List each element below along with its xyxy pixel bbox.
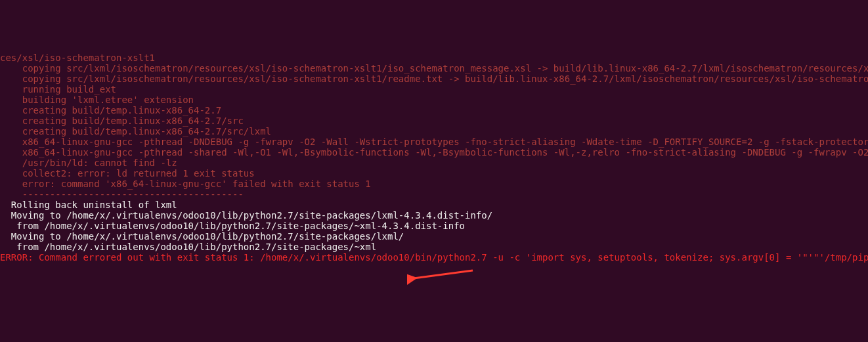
terminal-line: running build_ext [0,84,116,95]
terminal-line: x86_64-linux-gnu-gcc -pthread -DNDEBUG -… [0,137,868,147]
terminal-line: copying src/lxml/isoschematron/resources… [0,63,868,74]
terminal-line: Moving to /home/x/.virtualenvs/odoo10/li… [0,210,492,221]
terminal-line: from /home/x/.virtualenvs/odoo10/lib/pyt… [0,221,465,231]
terminal-line: copying src/lxml/isoschematron/resources… [0,74,868,84]
terminal-line: error: command 'x86_64-linux-gnu-gcc' fa… [0,179,371,189]
terminal-line: Moving to /home/x/.virtualenvs/odoo10/li… [0,231,404,242]
svg-line-0 [414,270,473,278]
terminal-output: ces/xsl/iso-schematron-xslt1 copying src… [0,42,868,342]
terminal-line: from /home/x/.virtualenvs/odoo10/lib/pyt… [0,242,376,252]
terminal-line: building 'lxml.etree' extension [0,95,194,105]
terminal-line: Rolling back uninstall of lxml [0,200,177,210]
terminal-line: /usr/bin/ld: cannot find -lz [0,158,177,168]
terminal-line: creating build/temp.linux-x86_64-2.7/src [0,116,244,126]
terminal-line: creating build/temp.linux-x86_64-2.7 [0,105,221,116]
terminal-line: x86_64-linux-gnu-gcc -pthread -shared -W… [0,147,868,158]
terminal-line: ERROR: Command errored out with exit sta… [0,252,868,263]
terminal-line: collect2: error: ld returned 1 exit stat… [0,168,255,179]
terminal-line: ---------------------------------------- [0,189,244,200]
terminal-line: ces/xsl/iso-schematron-xslt1 [0,53,155,63]
annotation-arrow-icon [407,268,479,288]
terminal-line: creating build/temp.linux-x86_64-2.7/src… [0,126,271,137]
